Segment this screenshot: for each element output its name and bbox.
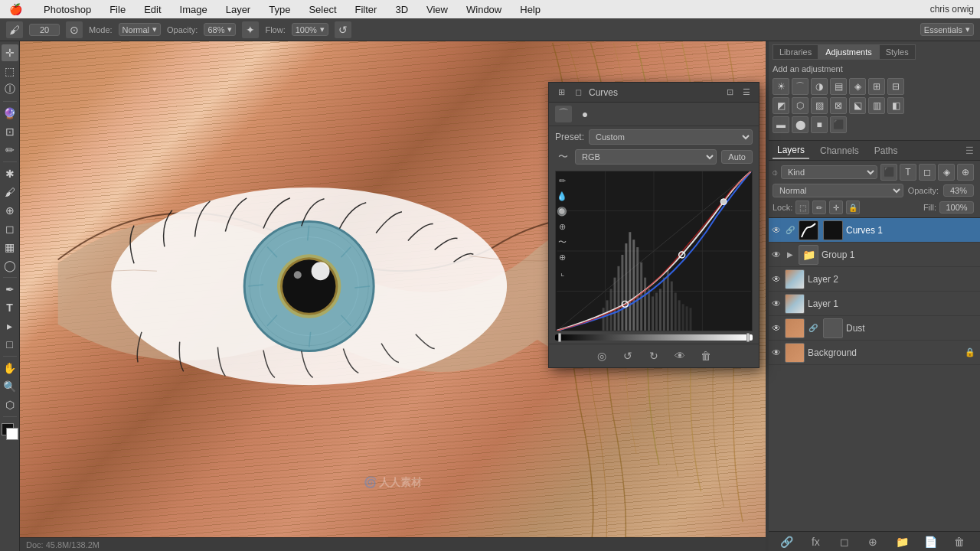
- lock-all-icon[interactable]: 🔒: [846, 201, 860, 214]
- airbrush-icon[interactable]: ✦: [242, 21, 259, 38]
- zoom-tool[interactable]: 🔍: [2, 378, 18, 395]
- curves-adj-icon[interactable]: ⌒: [792, 78, 808, 95]
- collapse-bar[interactable]: [766, 41, 769, 551]
- auto-button[interactable]: Auto: [721, 150, 753, 164]
- channel-select[interactable]: RGB: [575, 149, 717, 165]
- lock-image-icon[interactable]: ✏: [812, 201, 826, 214]
- brush-tool-icon[interactable]: 🖌: [6, 21, 23, 38]
- brush-tool[interactable]: 🖌: [2, 184, 18, 201]
- add-mask-btn[interactable]: ◻: [837, 534, 852, 549]
- layer-row-group1[interactable]: 👁 ▶ 📁 Group 1: [766, 243, 980, 267]
- menu-file[interactable]: File: [106, 4, 129, 15]
- menu-3d[interactable]: 3D: [392, 4, 411, 15]
- curves-wave-tool[interactable]: 〜: [555, 235, 569, 249]
- channels-tab[interactable]: Channels: [815, 143, 864, 158]
- layer-eye-layer1[interactable]: 👁: [771, 298, 782, 309]
- channel-curve-icon[interactable]: 〜: [555, 149, 570, 165]
- new-group-btn[interactable]: 📁: [894, 534, 910, 549]
- add-style-btn[interactable]: fx: [808, 534, 823, 549]
- curves-graph[interactable]: [555, 171, 753, 331]
- menu-view[interactable]: View: [423, 4, 451, 15]
- curves-point-tool[interactable]: ⌒: [555, 106, 572, 122]
- layers-list[interactable]: 👁 🔗 Curves 1 👁 ▶ 📁 Group 1: [766, 218, 980, 531]
- layer-row-dust[interactable]: 👁 🔗 Dust: [766, 316, 980, 341]
- select-tool[interactable]: ⬚: [2, 63, 18, 80]
- properties-menu-icon[interactable]: ☰: [740, 86, 753, 99]
- layer-eye-group1[interactable]: 👁: [771, 249, 782, 260]
- curves-delete-icon[interactable]: 🗑: [697, 347, 714, 364]
- channelmix-adj-icon[interactable]: ▨: [811, 97, 828, 114]
- layer-row-layer1[interactable]: 👁 Layer 1: [766, 292, 980, 316]
- hsl-adj-icon[interactable]: ⊞: [868, 78, 885, 95]
- curves-crosshair-tool[interactable]: ⊕: [555, 250, 569, 264]
- layers-panel-menu-icon[interactable]: ☰: [965, 145, 974, 156]
- opacity-input[interactable]: [943, 184, 974, 197]
- preset-select[interactable]: Custom: [589, 129, 753, 145]
- quick-select-tool[interactable]: 🔮: [2, 105, 18, 122]
- curves-eye-preview-icon[interactable]: 👁: [671, 347, 688, 364]
- curves-graph-container[interactable]: ✏ 💧 🔘 ⊕ 〜 ⊕ ⌞: [549, 168, 759, 331]
- menu-edit[interactable]: Edit: [141, 4, 164, 15]
- invert-adj-icon[interactable]: ⬕: [849, 97, 866, 114]
- new-adjustment-btn[interactable]: ⊕: [865, 534, 880, 549]
- flow-dropdown[interactable]: 100% ▾: [292, 23, 328, 36]
- lasso-tool[interactable]: ⓛ: [2, 81, 18, 98]
- menu-type[interactable]: Type: [266, 4, 293, 15]
- layer-row-curves1[interactable]: 👁 🔗 Curves 1: [766, 218, 980, 243]
- dodge-tool[interactable]: ◯: [2, 257, 18, 274]
- extra-tool[interactable]: ⬡: [2, 396, 18, 413]
- gradient-adj-icon[interactable]: ▬: [773, 116, 789, 133]
- mode-dropdown[interactable]: Normal ▾: [119, 23, 161, 36]
- menu-image[interactable]: Image: [177, 4, 211, 15]
- layer-row-layer2[interactable]: 👁 Layer 2: [766, 267, 980, 292]
- solidcolor-adj-icon[interactable]: ■: [811, 116, 828, 133]
- layer-eye-layer2[interactable]: 👁: [771, 274, 782, 285]
- levels-adj-icon[interactable]: ▤: [830, 78, 847, 95]
- bw-adj-icon[interactable]: ◩: [773, 97, 789, 114]
- fill-input[interactable]: [939, 201, 974, 214]
- curves-corner-tool[interactable]: ⌞: [555, 266, 569, 279]
- layers-tab[interactable]: Layers: [773, 142, 809, 159]
- eyedropper-tool[interactable]: ✏: [2, 142, 18, 158]
- paths-tab[interactable]: Paths: [870, 143, 903, 158]
- pen-tool[interactable]: ✒: [2, 281, 18, 298]
- properties-expand-icon[interactable]: ⊡: [724, 86, 736, 99]
- curves-pencil-tool[interactable]: ✏: [555, 174, 569, 187]
- spot-healing-tool[interactable]: ✱: [2, 165, 18, 182]
- photofilter-adj-icon[interactable]: ⬡: [792, 97, 808, 114]
- styles-tab[interactable]: Styles: [879, 44, 916, 60]
- layer-chain-curves1[interactable]: 🔗: [785, 225, 795, 236]
- menu-photoshop[interactable]: Photoshop: [41, 4, 94, 15]
- eraser-tool[interactable]: ◻: [2, 220, 18, 237]
- libraries-tab[interactable]: Libraries: [773, 44, 818, 60]
- link-layers-btn[interactable]: 🔗: [779, 534, 795, 549]
- curves-circle-icon[interactable]: ●: [577, 106, 593, 122]
- input-gradient-slider[interactable]: [555, 334, 753, 341]
- curves-target-icon[interactable]: ◎: [593, 347, 610, 364]
- vibrance-adj-icon[interactable]: ◈: [849, 78, 866, 95]
- gradient-tool[interactable]: ▦: [2, 239, 18, 256]
- apple-menu[interactable]: 🍎: [6, 3, 25, 15]
- properties-grid-icon[interactable]: ⊞: [555, 86, 567, 99]
- opacity-dropdown[interactable]: 68% ▾: [204, 23, 236, 36]
- properties-mask-icon[interactable]: ◻: [572, 86, 584, 99]
- type-tool[interactable]: T: [2, 299, 18, 316]
- curves-eyedrop2-tool[interactable]: 🔘: [555, 204, 569, 218]
- path-select-tool[interactable]: ▸: [2, 318, 18, 334]
- menu-window[interactable]: Window: [463, 4, 505, 15]
- filter-type-icon[interactable]: T: [900, 164, 916, 181]
- black-point-slider[interactable]: [558, 333, 561, 342]
- colorbalance-adj-icon[interactable]: ⊟: [887, 78, 904, 95]
- lock-transparent-icon[interactable]: ⬚: [795, 201, 809, 214]
- clone-stamp-tool[interactable]: ⊕: [2, 202, 18, 219]
- crop-tool[interactable]: ⊡: [2, 123, 18, 140]
- adjustments-tab[interactable]: Adjustments: [818, 44, 879, 60]
- selective-adj-icon[interactable]: ⬤: [792, 116, 808, 133]
- delete-layer-btn[interactable]: 🗑: [952, 534, 967, 549]
- filter-pixel-icon[interactable]: ⬛: [880, 164, 897, 181]
- menu-filter[interactable]: Filter: [352, 4, 381, 15]
- flow-extra-icon[interactable]: ↺: [335, 21, 351, 38]
- layer-eye-background[interactable]: 👁: [771, 347, 782, 358]
- layer-expand-group1[interactable]: ▶: [785, 249, 795, 260]
- pattern-adj-icon[interactable]: ⬛: [830, 116, 847, 133]
